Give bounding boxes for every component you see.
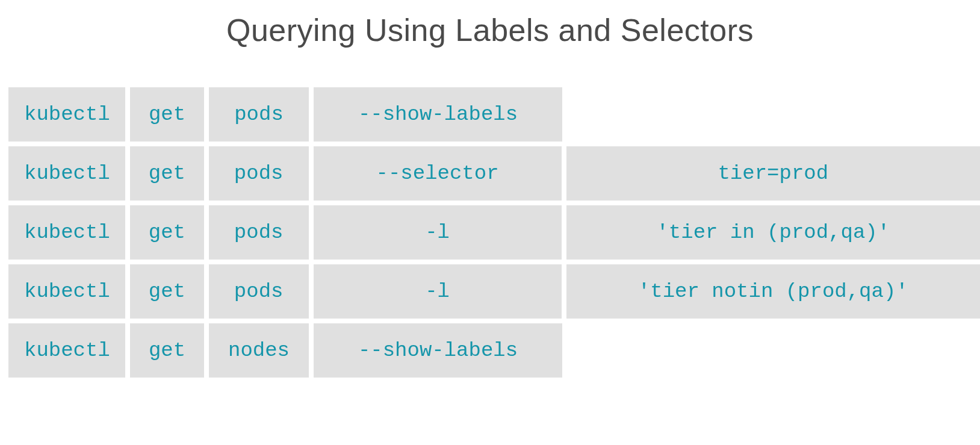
cell-command: kubectl: [8, 87, 125, 142]
cell-flag: -l: [314, 264, 562, 319]
table-row: kubectl get pods --selector tier=prod: [8, 146, 980, 201]
cell-command: kubectl: [8, 205, 125, 260]
table-row: kubectl get pods -l 'tier in (prod,qa)': [8, 205, 980, 260]
cell-command: kubectl: [8, 146, 125, 201]
cell-subcommand: get: [130, 87, 204, 142]
cell-flag: --selector: [314, 146, 562, 201]
command-table: kubectl get pods --show-labels kubectl g…: [0, 87, 980, 378]
cell-arg: 'tier notin (prod,qa)': [566, 264, 980, 319]
cell-flag: --show-labels: [314, 87, 562, 142]
table-row: kubectl get nodes --show-labels: [8, 323, 980, 378]
table-row: kubectl get pods -l 'tier notin (prod,qa…: [8, 264, 980, 319]
cell-resource: pods: [209, 205, 309, 260]
cell-resource: pods: [209, 146, 309, 201]
cell-subcommand: get: [130, 264, 204, 319]
cell-arg: 'tier in (prod,qa)': [566, 205, 980, 260]
cell-subcommand: get: [130, 146, 204, 201]
cell-subcommand: get: [130, 205, 204, 260]
cell-arg: tier=prod: [566, 146, 980, 201]
cell-command: kubectl: [8, 264, 125, 319]
cell-flag: -l: [314, 205, 562, 260]
cell-command: kubectl: [8, 323, 125, 378]
cell-subcommand: get: [130, 323, 204, 378]
cell-resource: nodes: [209, 323, 309, 378]
page-title: Querying Using Labels and Selectors: [0, 12, 980, 48]
cell-flag: --show-labels: [314, 323, 562, 378]
cell-resource: pods: [209, 264, 309, 319]
table-row: kubectl get pods --show-labels: [8, 87, 980, 142]
cell-resource: pods: [209, 87, 309, 142]
